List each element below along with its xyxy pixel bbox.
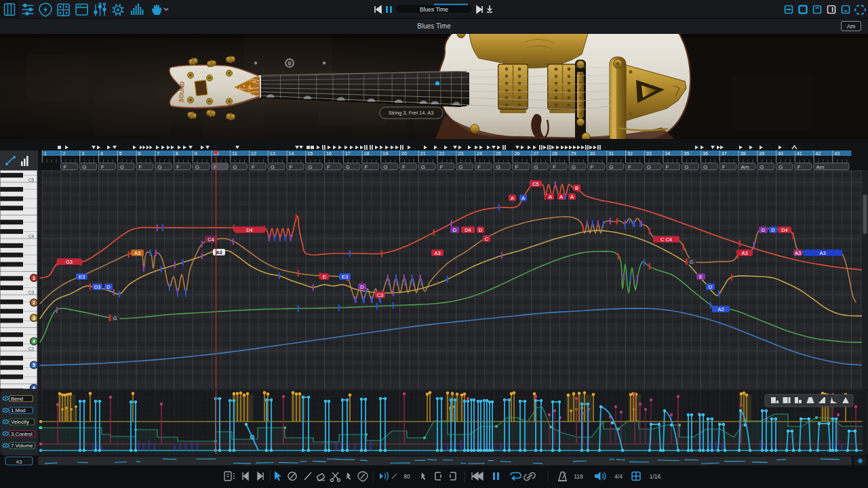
svg-text:3.Control: 3.Control: [11, 431, 33, 437]
svg-text:D4: D4: [781, 227, 788, 233]
svg-text:25: 25: [496, 151, 501, 156]
svg-text:A3: A3: [741, 250, 747, 256]
svg-text:D: D: [360, 284, 364, 290]
svg-text:D: D: [709, 284, 713, 290]
svg-text:26: 26: [515, 151, 520, 156]
svg-text:24: 24: [477, 151, 482, 156]
svg-text:1/16: 1/16: [650, 473, 661, 480]
svg-text:F: F: [591, 164, 594, 170]
svg-text:D4: D4: [246, 227, 253, 233]
svg-text:A3: A3: [216, 249, 222, 256]
svg-text:41: 41: [797, 151, 802, 156]
svg-text:String 3, Fret 14, A3: String 3, Fret 14, A3: [389, 110, 434, 116]
svg-text:G: G: [534, 164, 538, 170]
svg-text:G: G: [383, 164, 387, 170]
svg-text:2: 2: [63, 151, 66, 156]
svg-text:14: 14: [289, 151, 294, 156]
svg-text:A3: A3: [819, 250, 825, 256]
svg-text:G: G: [308, 164, 312, 170]
svg-text:15: 15: [307, 151, 313, 156]
svg-text:36: 36: [703, 151, 708, 156]
svg-text:27: 27: [533, 151, 538, 156]
svg-text:A: A: [521, 195, 525, 201]
svg-text:G: G: [703, 164, 707, 170]
svg-text:G: G: [458, 164, 462, 170]
svg-text:G: G: [647, 164, 651, 170]
svg-text:Velocity: Velocity: [11, 419, 29, 425]
svg-text:30: 30: [590, 151, 595, 156]
svg-text:5: 5: [119, 151, 122, 156]
svg-text:G: G: [684, 164, 688, 170]
svg-text:A: A: [570, 194, 574, 200]
svg-text:G: G: [271, 164, 275, 170]
svg-text:9: 9: [195, 151, 197, 156]
svg-text:35: 35: [684, 151, 689, 156]
svg-text:A3: A3: [134, 250, 140, 256]
svg-text:C5: C5: [532, 181, 539, 187]
svg-text:28: 28: [552, 151, 557, 156]
svg-text:11: 11: [232, 151, 237, 156]
svg-text:C3: C3: [28, 290, 35, 295]
svg-text:13: 13: [270, 151, 275, 156]
svg-text:1.Mod: 1.Mod: [11, 407, 26, 413]
svg-text:C5: C5: [28, 178, 35, 182]
svg-text:18: 18: [364, 151, 370, 156]
svg-text:23: 23: [458, 151, 463, 156]
svg-text:40: 40: [778, 151, 783, 156]
svg-text:Bend: Bend: [11, 396, 23, 402]
svg-text:42: 42: [816, 151, 821, 156]
svg-text:F: F: [477, 164, 481, 170]
svg-text:A: A: [559, 194, 563, 200]
svg-text:F: F: [722, 164, 726, 170]
svg-text:D: D: [762, 227, 766, 233]
svg-text:G: G: [690, 259, 694, 265]
svg-text:F: F: [515, 164, 519, 170]
svg-text:D: D: [479, 227, 483, 233]
svg-text:17: 17: [345, 151, 351, 156]
svg-text:D4: D4: [465, 227, 471, 233]
svg-text:3: 3: [33, 316, 35, 321]
svg-text:7: 7: [157, 151, 159, 156]
svg-text:G: G: [496, 164, 500, 170]
svg-text:G: G: [233, 164, 237, 170]
svg-text:D: D: [453, 227, 457, 233]
svg-text:F: F: [327, 164, 330, 170]
svg-text:34: 34: [665, 151, 671, 156]
svg-text:S̲OUND: S̲OUND: [178, 81, 186, 102]
svg-text:A2: A2: [717, 306, 724, 312]
svg-text:F: F: [628, 164, 631, 170]
svg-text:A: A: [549, 194, 552, 200]
svg-text:4: 4: [100, 151, 103, 156]
svg-text:32: 32: [627, 151, 633, 156]
svg-text:F: F: [797, 164, 801, 170]
svg-text:E3: E3: [342, 274, 348, 280]
svg-text:Blues Time: Blues Time: [420, 6, 448, 13]
svg-text:3: 3: [81, 151, 84, 156]
svg-text:D: D: [771, 227, 775, 233]
svg-text:1: 1: [44, 151, 47, 156]
svg-text:31: 31: [608, 151, 614, 156]
svg-text:43: 43: [16, 459, 22, 465]
svg-text:G: G: [113, 315, 117, 321]
svg-text:G: G: [609, 164, 613, 170]
svg-text:33: 33: [646, 151, 652, 156]
svg-text:C3: C3: [377, 292, 384, 298]
svg-text:G: G: [157, 164, 161, 170]
svg-text:Am: Am: [741, 164, 749, 170]
svg-text:F: F: [252, 164, 255, 170]
svg-text:21: 21: [420, 151, 426, 156]
svg-text:38: 38: [741, 151, 746, 156]
svg-text:G: G: [195, 164, 199, 170]
svg-text:2: 2: [33, 300, 35, 305]
svg-text:G: G: [572, 164, 576, 170]
svg-text:Am: Am: [816, 164, 825, 170]
svg-text:6: 6: [138, 151, 141, 156]
svg-text:F: F: [440, 164, 443, 170]
svg-text:F: F: [64, 164, 67, 170]
svg-text:G: G: [421, 164, 425, 170]
svg-text:F: F: [666, 164, 669, 170]
svg-text:5: 5: [33, 363, 35, 367]
svg-text:C2: C2: [28, 346, 35, 351]
svg-text:G: G: [760, 164, 764, 170]
svg-text:G: G: [120, 164, 124, 170]
